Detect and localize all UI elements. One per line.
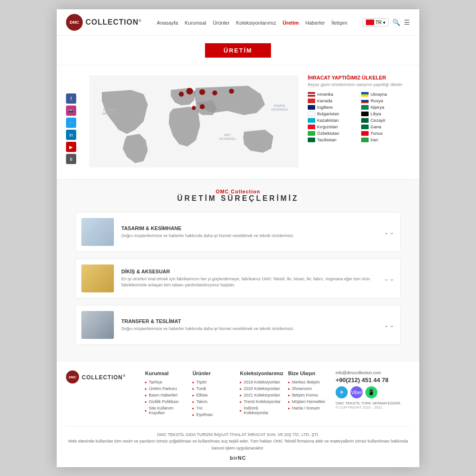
country-name: Nijerya	[370, 105, 384, 110]
map-section: f 📷 🐦 in ▶ ⏸	[57, 66, 419, 179]
viber-button[interactable]: Viber	[350, 386, 363, 398]
process-toggle-button[interactable]: ⌄⌄	[383, 275, 395, 282]
export-section: İHRACAT YAPTIĞIMIZ ÜLKELER Beyaz giyim ü…	[308, 75, 410, 142]
instagram-button[interactable]: 📷	[66, 106, 76, 116]
uretim-button[interactable]: ÜRETİM	[205, 43, 271, 58]
footer-list-item[interactable]: TAt	[192, 406, 235, 410]
footer-bize-ulasin: Bize Ulaşın Merkez İletişimShowroomİleti…	[288, 370, 331, 419]
process-item: DİKİŞ & AKSESUAR En iyi ürünleri imal et…	[75, 258, 401, 298]
process-content: DİKİŞ & AKSESUAR En iyi ürünleri imal et…	[121, 269, 376, 288]
process-toggle-button[interactable]: ⌄⌄	[383, 321, 395, 329]
footer-list-item[interactable]: Tunik	[192, 386, 235, 391]
footer-list-item[interactable]: Merkez İletişim	[288, 380, 331, 384]
footer-list-item[interactable]: 2021 Koleksiyonları	[240, 393, 284, 397]
footer-list-item[interactable]: 2020 Koleksiyonları	[240, 386, 284, 391]
nav-item-i̇letişim[interactable]: İletişim	[331, 20, 347, 26]
process-desc: Doğru müşterilerimize ve haberler hakkın…	[121, 326, 376, 332]
countries-grid: AmerikaUkraynaKanadaRusyaİngiltereNijery…	[308, 92, 410, 142]
svg-point-5	[229, 89, 234, 94]
footer-list-item[interactable]: Trend Koleksiyonlar	[240, 399, 284, 404]
footer-list-item[interactable]: Site Kullanım Koşulları	[145, 406, 188, 415]
footer-kurumsal: Kurumsal TarihçeÜretim ParkuruBasın Habe…	[145, 370, 188, 419]
process-title: TASARIM & KESİMHANE	[121, 225, 376, 231]
footer-list-item[interactable]: Showroom	[288, 386, 331, 391]
country-item: Kanada	[308, 98, 357, 103]
hamburger-menu-button[interactable]: ☰	[404, 19, 410, 26]
process-item: TRANSFER & TESLİMAT Doğru müşterilerimiz…	[75, 305, 401, 345]
process-image	[81, 264, 114, 292]
footer-list-item[interactable]: Tarihçe	[145, 380, 188, 384]
footer-list-item[interactable]: Müşteri Hizmetleri	[288, 399, 331, 404]
linkedin-button[interactable]: in	[66, 130, 76, 140]
nav-item-ürünler[interactable]: Ürünler	[213, 20, 230, 26]
process-title: TRANSFER & TESLİMAT	[121, 318, 376, 324]
footer-list-item[interactable]: Eşofman	[192, 412, 235, 417]
flag-cezayir	[361, 118, 369, 123]
flag-i̇ran	[361, 138, 369, 142]
footer-copyright: © COPYRIGHT 2010 - 2021	[336, 405, 410, 410]
country-name: Kırgızistan	[317, 124, 338, 129]
flag-rusya	[361, 99, 369, 103]
footer-trademark: OMC TEKSTİL TÜRK SERMAYESİDİR.	[336, 401, 410, 405]
nav-item-anasayfa[interactable]: Anasayfa	[157, 20, 178, 26]
flag-bulgaristan	[308, 112, 315, 116]
country-item: Rusya	[361, 98, 410, 103]
brand-label: OMC Collection	[75, 189, 401, 194]
footer-list-item[interactable]: Elbise	[192, 393, 235, 397]
world-map-container: ATLANTİK OKYANUSU PASİFİK OKYANUSU HİNT …	[89, 75, 298, 170]
country-item: İngiltere	[308, 105, 357, 110]
main-nav: AnasayfaKurumsalÜrünlerKoleksiyonlarımız…	[157, 18, 347, 26]
flag-libya	[361, 112, 369, 116]
svg-point-1	[186, 88, 193, 94]
footer-list-item[interactable]: Üretim Parkuru	[145, 386, 188, 391]
country-item: Gana	[361, 124, 410, 129]
pause-button[interactable]: ⏸	[66, 154, 76, 164]
export-title: İHRACAT YAPTIĞIMIZ ÜLKELER	[308, 75, 410, 80]
footer-koleksiyonlar-title: Koleksiyonlarımız	[240, 370, 284, 376]
footer-legal: Web sitesinde kullanılan tüm resim ve ya…	[66, 438, 410, 451]
flag-tr	[366, 20, 374, 25]
footer-bottom: OMC TEKSTİL GIDA TURİZM İNŞAAT İTHALAT İ…	[66, 426, 410, 463]
footer-list-item[interactable]: Takım	[192, 399, 235, 404]
footer-list-item[interactable]: İletişim Formu	[288, 393, 331, 397]
process-toggle-button[interactable]: ⌄⌄	[383, 228, 395, 236]
logo: DMC COLLECTION®	[66, 14, 142, 31]
footer-list-item[interactable]: Tişört	[192, 380, 235, 384]
footer-urunler: Ürünler TişörtTunikElbiseTakımTAtEşofman	[192, 370, 235, 419]
footer-list-item[interactable]: Harita / Konum	[288, 406, 331, 410]
nav-item-haberler[interactable]: Haberler	[305, 20, 325, 26]
country-item: Kazakistan	[308, 118, 357, 123]
country-name: Tacikistan	[317, 137, 337, 142]
footer-list-item[interactable]: Basın Haberleri	[145, 393, 188, 397]
footer-kurumsal-title: Kurumsal	[145, 370, 188, 376]
telegram-button[interactable]: ✈	[336, 386, 348, 398]
country-name: Rusya	[370, 98, 383, 103]
flag-kazakistan	[308, 118, 315, 123]
svg-point-4	[212, 90, 218, 95]
search-button[interactable]: 🔍	[392, 19, 400, 26]
svg-text:ATLANTİK: ATLANTİK	[103, 108, 117, 112]
twitter-button[interactable]: 🐦	[66, 118, 76, 128]
nav-item-koleksiyonlarımız[interactable]: Koleksiyonlarımız	[236, 20, 276, 26]
language-button[interactable]: TR ▾	[363, 18, 389, 26]
hero-banner: ÜRETİM	[57, 36, 419, 66]
country-name: Bulgaristan	[317, 111, 339, 116]
svg-text:OKYANUSU: OKYANUSU	[102, 112, 119, 115]
footer-urunler-title: Ürünler	[192, 370, 235, 376]
footer-list-item[interactable]: Gizlilik Politikası	[145, 399, 188, 404]
process-title: DİKİŞ & AKSESUAR	[121, 269, 376, 274]
whatsapp-button[interactable]: 📱	[365, 386, 377, 398]
footer-logo: DMC COLLECTION®	[66, 370, 140, 419]
footer-list-item[interactable]: 2019 Koleksiyonları	[240, 380, 284, 384]
process-desc: En iyi ürünleri imal etmek için fabrikam…	[121, 276, 376, 288]
footer-phone: +90(212) 451 44 78	[336, 377, 410, 383]
nav-item-kurumsal[interactable]: Kurumsal	[185, 20, 206, 26]
country-name: Kazakistan	[317, 118, 338, 123]
flag-kanada	[308, 99, 315, 103]
svg-point-7	[192, 106, 196, 110]
facebook-button[interactable]: f	[66, 93, 76, 104]
footer-list-item[interactable]: İndirimli Koleksiyonlar	[240, 406, 284, 415]
nav-item-üretim[interactable]: Üretim	[283, 20, 299, 26]
country-name: İngiltere	[317, 105, 333, 110]
youtube-button[interactable]: ▶	[66, 142, 76, 152]
